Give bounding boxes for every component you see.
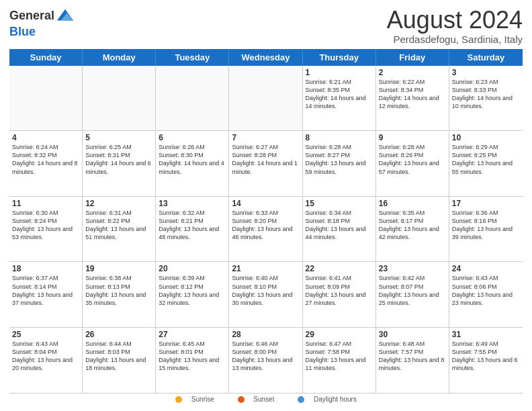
cell-info: Sunrise: 6:46 AMSunset: 8:00 PMDaylight:… bbox=[232, 340, 299, 373]
calendar-cell: 27Sunrise: 6:45 AMSunset: 8:01 PMDayligh… bbox=[156, 328, 229, 393]
calendar-cell: 11Sunrise: 6:30 AMSunset: 8:24 PMDayligh… bbox=[9, 197, 83, 262]
calendar-row: 4Sunrise: 6:24 AMSunset: 8:32 PMDaylight… bbox=[9, 131, 523, 197]
calendar-cell: 21Sunrise: 6:40 AMSunset: 8:10 PMDayligh… bbox=[229, 262, 302, 327]
cell-info: Sunrise: 6:42 AMSunset: 8:07 PMDaylight:… bbox=[379, 274, 446, 307]
cell-info: Sunrise: 6:22 AMSunset: 8:34 PMDaylight:… bbox=[379, 78, 446, 111]
sunset-label: Sunset bbox=[253, 396, 274, 403]
calendar-row: 25Sunrise: 6:43 AMSunset: 8:04 PMDayligh… bbox=[9, 328, 523, 393]
calendar-cell: 6Sunrise: 6:26 AMSunset: 8:30 PMDaylight… bbox=[156, 131, 229, 196]
day-number: 9 bbox=[379, 133, 446, 142]
day-number: 6 bbox=[159, 133, 226, 142]
calendar-cell: 25Sunrise: 6:43 AMSunset: 8:04 PMDayligh… bbox=[9, 328, 83, 393]
calendar-cell: 19Sunrise: 6:38 AMSunset: 8:13 PMDayligh… bbox=[83, 262, 156, 327]
cell-info: Sunrise: 6:36 AMSunset: 8:16 PMDaylight:… bbox=[452, 209, 520, 242]
calendar-cell bbox=[229, 66, 302, 131]
calendar-row: 11Sunrise: 6:30 AMSunset: 8:24 PMDayligh… bbox=[9, 197, 523, 263]
calendar-cell: 14Sunrise: 6:33 AMSunset: 8:20 PMDayligh… bbox=[229, 197, 302, 262]
cell-info: Sunrise: 6:49 AMSunset: 7:55 PMDaylight:… bbox=[452, 340, 520, 373]
day-number: 19 bbox=[85, 264, 152, 273]
header: General Blue August 2024 Perdasdefogu, S… bbox=[9, 7, 523, 45]
daylight-legend: Daylight hours bbox=[292, 396, 362, 403]
calendar-cell: 18Sunrise: 6:37 AMSunset: 8:14 PMDayligh… bbox=[9, 262, 83, 327]
sunrise-dot bbox=[175, 396, 182, 403]
day-number: 18 bbox=[12, 264, 79, 273]
day-number: 27 bbox=[159, 330, 226, 339]
day-number: 17 bbox=[452, 199, 520, 208]
daylight-dot bbox=[298, 396, 304, 403]
calendar-cell: 22Sunrise: 6:41 AMSunset: 8:09 PMDayligh… bbox=[303, 262, 376, 327]
cell-info: Sunrise: 6:43 AMSunset: 8:04 PMDaylight:… bbox=[12, 340, 79, 373]
weekday-header: Friday bbox=[376, 49, 449, 66]
logo-icon bbox=[56, 7, 75, 26]
calendar-cell bbox=[156, 66, 229, 131]
calendar-cell: 17Sunrise: 6:36 AMSunset: 8:16 PMDayligh… bbox=[449, 197, 523, 262]
calendar-cell bbox=[83, 66, 156, 131]
calendar-cell: 12Sunrise: 6:31 AMSunset: 8:22 PMDayligh… bbox=[83, 197, 156, 262]
weekday-header: Saturday bbox=[449, 49, 523, 66]
weekday-header: Monday bbox=[83, 49, 156, 66]
month-title: August 2024 bbox=[387, 7, 523, 34]
day-number: 25 bbox=[12, 330, 79, 339]
cell-info: Sunrise: 6:28 AMSunset: 8:27 PMDaylight:… bbox=[306, 143, 373, 176]
cell-info: Sunrise: 6:26 AMSunset: 8:30 PMDaylight:… bbox=[159, 143, 226, 176]
logo: General Blue bbox=[9, 7, 75, 39]
weekday-header: Wednesday bbox=[229, 49, 302, 66]
day-number: 13 bbox=[159, 199, 226, 208]
calendar-cell: 16Sunrise: 6:35 AMSunset: 8:17 PMDayligh… bbox=[376, 197, 449, 262]
calendar-row: 18Sunrise: 6:37 AMSunset: 8:14 PMDayligh… bbox=[9, 262, 523, 328]
calendar-cell: 1Sunrise: 6:21 AMSunset: 8:35 PMDaylight… bbox=[303, 66, 376, 131]
day-number: 28 bbox=[232, 330, 299, 339]
cell-info: Sunrise: 6:23 AMSunset: 8:33 PMDaylight:… bbox=[452, 78, 520, 111]
day-number: 31 bbox=[452, 330, 520, 339]
day-number: 4 bbox=[12, 133, 79, 142]
day-number: 1 bbox=[306, 68, 373, 77]
location: Perdasdefogu, Sardinia, Italy bbox=[387, 34, 523, 45]
calendar-cell: 20Sunrise: 6:39 AMSunset: 8:12 PMDayligh… bbox=[156, 262, 229, 327]
cell-info: Sunrise: 6:27 AMSunset: 8:28 PMDaylight:… bbox=[232, 143, 299, 176]
day-number: 20 bbox=[159, 264, 226, 273]
day-number: 5 bbox=[85, 133, 152, 142]
cell-info: Sunrise: 6:24 AMSunset: 8:32 PMDaylight:… bbox=[12, 143, 79, 176]
cell-info: Sunrise: 6:25 AMSunset: 8:31 PMDaylight:… bbox=[85, 143, 152, 176]
calendar-cell: 31Sunrise: 6:49 AMSunset: 7:55 PMDayligh… bbox=[449, 328, 523, 393]
day-number: 26 bbox=[85, 330, 152, 339]
day-number: 10 bbox=[452, 133, 520, 142]
calendar-cell: 23Sunrise: 6:42 AMSunset: 8:07 PMDayligh… bbox=[376, 262, 449, 327]
calendar-body: 1Sunrise: 6:21 AMSunset: 8:35 PMDaylight… bbox=[9, 66, 523, 393]
cell-info: Sunrise: 6:41 AMSunset: 8:09 PMDaylight:… bbox=[306, 274, 373, 307]
calendar-cell: 10Sunrise: 6:29 AMSunset: 8:25 PMDayligh… bbox=[449, 131, 523, 196]
calendar-cell: 28Sunrise: 6:46 AMSunset: 8:00 PMDayligh… bbox=[229, 328, 302, 393]
calendar: SundayMondayTuesdayWednesdayThursdayFrid… bbox=[9, 49, 523, 393]
calendar-cell: 5Sunrise: 6:25 AMSunset: 8:31 PMDaylight… bbox=[83, 131, 156, 196]
cell-info: Sunrise: 6:29 AMSunset: 8:25 PMDaylight:… bbox=[452, 143, 520, 176]
cell-info: Sunrise: 6:48 AMSunset: 7:57 PMDaylight:… bbox=[379, 340, 446, 373]
cell-info: Sunrise: 6:30 AMSunset: 8:24 PMDaylight:… bbox=[12, 209, 79, 242]
footer: Sunrise Sunset Daylight hours bbox=[9, 393, 523, 404]
cell-info: Sunrise: 6:47 AMSunset: 7:58 PMDaylight:… bbox=[306, 340, 373, 373]
day-number: 11 bbox=[12, 199, 79, 208]
cell-info: Sunrise: 6:35 AMSunset: 8:17 PMDaylight:… bbox=[379, 209, 446, 242]
cell-info: Sunrise: 6:34 AMSunset: 8:18 PMDaylight:… bbox=[306, 209, 373, 242]
calendar-cell: 29Sunrise: 6:47 AMSunset: 7:58 PMDayligh… bbox=[303, 328, 376, 393]
cell-info: Sunrise: 6:32 AMSunset: 8:21 PMDaylight:… bbox=[159, 209, 226, 242]
calendar-cell: 4Sunrise: 6:24 AMSunset: 8:32 PMDaylight… bbox=[9, 131, 83, 196]
day-number: 16 bbox=[379, 199, 446, 208]
calendar-cell: 9Sunrise: 6:28 AMSunset: 8:26 PMDaylight… bbox=[376, 131, 449, 196]
logo-text: General bbox=[9, 9, 54, 23]
title-area: August 2024 Perdasdefogu, Sardinia, Ital… bbox=[387, 7, 523, 45]
cell-info: Sunrise: 6:38 AMSunset: 8:13 PMDaylight:… bbox=[85, 274, 152, 307]
sunrise-legend: Sunrise bbox=[170, 396, 221, 403]
calendar-cell: 2Sunrise: 6:22 AMSunset: 8:34 PMDaylight… bbox=[376, 66, 449, 131]
cell-info: Sunrise: 6:40 AMSunset: 8:10 PMDaylight:… bbox=[232, 274, 299, 307]
calendar-cell: 8Sunrise: 6:28 AMSunset: 8:27 PMDaylight… bbox=[303, 131, 376, 196]
day-number: 7 bbox=[232, 133, 299, 142]
cell-info: Sunrise: 6:45 AMSunset: 8:01 PMDaylight:… bbox=[159, 340, 226, 373]
daylight-label: Daylight hours bbox=[314, 396, 357, 403]
day-number: 3 bbox=[452, 68, 520, 77]
calendar-header: SundayMondayTuesdayWednesdayThursdayFrid… bbox=[9, 49, 523, 66]
sunrise-label: Sunrise bbox=[191, 396, 214, 403]
weekday-header: Thursday bbox=[303, 49, 376, 66]
cell-info: Sunrise: 6:39 AMSunset: 8:12 PMDaylight:… bbox=[159, 274, 226, 307]
calendar-cell: 26Sunrise: 6:44 AMSunset: 8:03 PMDayligh… bbox=[83, 328, 156, 393]
day-number: 21 bbox=[232, 264, 299, 273]
